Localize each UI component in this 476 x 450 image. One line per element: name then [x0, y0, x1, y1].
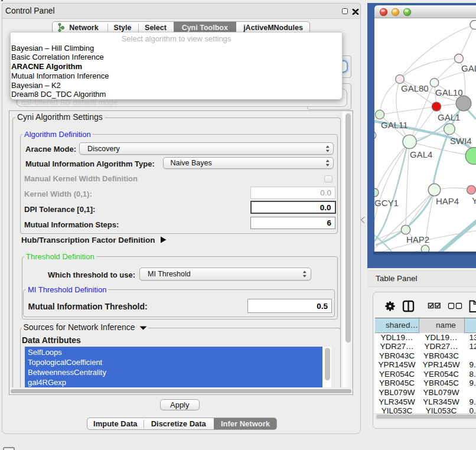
svg-text:GAL80: GAL80: [401, 83, 429, 93]
svg-text:HAP4: HAP4: [436, 196, 459, 206]
svg-text:GCY1: GCY1: [374, 198, 399, 208]
svg-text:Y: Y: [472, 195, 476, 206]
svg-text:GAL4: GAL4: [410, 149, 432, 159]
svg-text:GAL: GAL: [461, 63, 476, 73]
svg-text:SWI4: SWI4: [450, 136, 472, 146]
svg-text:HAP2: HAP2: [406, 234, 429, 244]
svg-text:GAL1: GAL1: [438, 112, 460, 122]
svg-text:GAL10: GAL10: [435, 87, 463, 97]
svg-text:GAL11: GAL11: [381, 120, 408, 130]
